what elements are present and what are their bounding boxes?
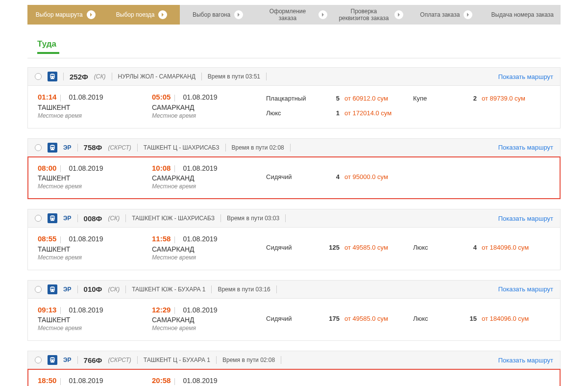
class-count: 125 bbox=[325, 244, 344, 251]
class-count: 4 bbox=[462, 244, 482, 251]
train-card: 252Ф(СК)НУРЛЫ ЖОЛ - САМАРКАНДВремя в пут… bbox=[27, 67, 561, 129]
train-type: (СК) bbox=[108, 286, 120, 293]
chevron-right-icon bbox=[464, 10, 472, 19]
divider bbox=[201, 73, 202, 80]
class-grid: Плацкартный5от 60912.0 сумКупе2от 89739.… bbox=[266, 93, 550, 119]
step-3[interactable]: Оформление заказа bbox=[256, 5, 332, 25]
route-name: ТАШКЕНТ ЮЖ - ШАХРИСАБЗ bbox=[132, 215, 215, 222]
train-card: ЭР008Ф(СК)ТАШКЕНТ ЮЖ - ШАХРИСАБЗВремя в … bbox=[27, 209, 561, 270]
divider bbox=[174, 378, 175, 385]
class-count: 4 bbox=[325, 173, 344, 180]
local-time-label: Местное время bbox=[38, 325, 152, 332]
dep-date: 01.08.2019 bbox=[69, 164, 103, 172]
arr-date: 01.08.2019 bbox=[183, 377, 217, 385]
train-radio[interactable] bbox=[35, 144, 42, 151]
travel-time: Время в пути 03:16 bbox=[218, 286, 270, 293]
dep-time: 01:14 bbox=[38, 93, 56, 101]
train-icon bbox=[48, 213, 57, 223]
route-name: НУРЛЫ ЖОЛ - САМАРКАНД bbox=[118, 73, 196, 80]
dep-block: 09:1301.08.2019ТАШКЕНТМестное время bbox=[38, 306, 152, 332]
divider bbox=[125, 214, 126, 222]
class-price: от 49585.0 сум bbox=[344, 315, 413, 322]
train-number: 766Ф bbox=[84, 356, 102, 364]
class-grid: Сидячий175от 49585.0 сумЛюкс15от 184096.… bbox=[266, 306, 550, 332]
divider bbox=[266, 73, 267, 80]
train-body: 09:1301.08.2019ТАШКЕНТМестное время12:29… bbox=[28, 299, 560, 341]
divider bbox=[60, 95, 61, 102]
train-type: (СК) bbox=[108, 215, 120, 222]
divider bbox=[63, 73, 64, 80]
step-2[interactable]: Выбор вагона bbox=[180, 5, 256, 25]
divider bbox=[290, 144, 291, 152]
er-tag: ЭР bbox=[63, 215, 72, 222]
class-price: от 184096.0 сум bbox=[482, 244, 550, 251]
train-radio[interactable] bbox=[35, 73, 42, 80]
local-time-label: Местное время bbox=[152, 183, 266, 190]
train-number: 758Ф bbox=[84, 143, 102, 152]
arr-station: САМАРКАНД bbox=[152, 174, 266, 182]
arr-time: 10:08 bbox=[152, 164, 171, 172]
class-name: Сидячий bbox=[266, 244, 325, 251]
local-time-label: Местное время bbox=[38, 254, 152, 261]
train-radio[interactable] bbox=[35, 215, 42, 222]
train-header: ЭР758Ф(СКРСТ)ТАШКЕНТ Ц - ШАХРИСАБЗВремя … bbox=[28, 139, 560, 157]
arr-time: 05:05 bbox=[152, 93, 171, 101]
class-price: от 95000.0 сум bbox=[344, 173, 413, 180]
show-route-link[interactable]: Показать маршрут bbox=[498, 357, 553, 364]
train-header: ЭР766Ф(СКРСТ)ТАШКЕНТ Ц - БУХАРА 1Время в… bbox=[28, 351, 560, 369]
chevron-right-icon bbox=[158, 10, 167, 19]
route-name: ТАШКЕНТ ЮЖ - БУХАРА 1 bbox=[132, 286, 205, 293]
class-price: от 49585.0 сум bbox=[344, 244, 413, 251]
step-6[interactable]: Выдача номера заказа bbox=[485, 5, 561, 25]
show-route-link[interactable]: Показать маршрут bbox=[498, 215, 553, 222]
dep-station: ТАШКЕНТ bbox=[38, 103, 152, 111]
show-route-link[interactable]: Показать маршрут bbox=[498, 73, 553, 80]
local-time-label: Местное время bbox=[38, 183, 152, 190]
step-5[interactable]: Оплата заказа bbox=[408, 5, 484, 25]
show-route-link[interactable]: Показать маршрут bbox=[498, 285, 553, 293]
train-header: ЭР010Ф(СК)ТАШКЕНТ ЮЖ - БУХАРА 1Время в п… bbox=[28, 281, 560, 299]
booking-page: Выбор маршрутаВыбор поездаВыбор вагонаОф… bbox=[27, 0, 561, 386]
class-name: Сидячий bbox=[266, 315, 325, 322]
dep-block: 08:5501.08.2019ТАШКЕНТМестное время bbox=[38, 234, 152, 261]
arr-station: САМАРКАНД bbox=[152, 245, 266, 253]
arr-date: 01.08.2019 bbox=[183, 306, 217, 314]
divider bbox=[174, 236, 175, 243]
dep-block: 18:5001.08.2019ТАШКЕНТМестное время bbox=[38, 376, 152, 386]
step-1[interactable]: Выбор поезда bbox=[103, 5, 179, 25]
train-card: ЭР758Ф(СКРСТ)ТАШКЕНТ Ц - ШАХРИСАБЗВремя … bbox=[27, 138, 561, 200]
show-route-link[interactable]: Показать маршрут bbox=[498, 144, 553, 151]
arr-date: 01.08.2019 bbox=[183, 164, 217, 172]
divider bbox=[137, 356, 138, 364]
dep-date: 01.08.2019 bbox=[69, 377, 103, 385]
er-tag: ЭР bbox=[63, 286, 72, 293]
arr-station: САМАРКАНД bbox=[152, 316, 266, 324]
class-name: Сидячий bbox=[266, 173, 325, 180]
route-name: ТАШКЕНТ Ц - ШАХРИСАБЗ bbox=[144, 144, 220, 151]
divider bbox=[285, 214, 286, 222]
route-name: ТАШКЕНТ Ц - БУХАРА 1 bbox=[144, 357, 210, 363]
dep-block: 01:1401.08.2019ТАШКЕНТМестное время bbox=[38, 93, 152, 119]
train-body: 18:5001.08.2019ТАШКЕНТМестное время20:58… bbox=[28, 369, 560, 386]
step-0[interactable]: Выбор маршрута bbox=[27, 5, 103, 25]
step-4[interactable]: Проверка реквизитов заказа bbox=[332, 5, 408, 25]
class-name: Люкс bbox=[266, 109, 325, 117]
step-label: Выбор маршрута bbox=[36, 11, 83, 18]
dep-station: ТАШКЕНТ bbox=[38, 316, 152, 324]
train-radio[interactable] bbox=[35, 286, 42, 293]
class-count: 175 bbox=[325, 315, 344, 322]
travel-time: Время в пути 03:03 bbox=[227, 215, 279, 222]
progress-steps: Выбор маршрутаВыбор поездаВыбор вагонаОф… bbox=[27, 5, 561, 25]
chevron-right-icon bbox=[87, 10, 96, 19]
arr-block: 20:5801.08.2019САМАРКАНДМестное время bbox=[152, 376, 266, 386]
arr-block: 05:0501.08.2019САМАРКАНДМестное время bbox=[152, 93, 266, 119]
class-price: от 172014.0 сум bbox=[344, 109, 413, 117]
chevron-right-icon bbox=[318, 10, 327, 19]
arr-time: 20:58 bbox=[152, 376, 171, 385]
arr-time: 12:29 bbox=[152, 306, 171, 314]
train-body: 01:1401.08.2019ТАШКЕНТМестное время05:05… bbox=[28, 86, 560, 128]
chevron-right-icon bbox=[234, 10, 243, 19]
local-time-label: Местное время bbox=[152, 254, 266, 261]
train-radio[interactable] bbox=[35, 357, 42, 363]
arr-date: 01.08.2019 bbox=[183, 235, 217, 243]
